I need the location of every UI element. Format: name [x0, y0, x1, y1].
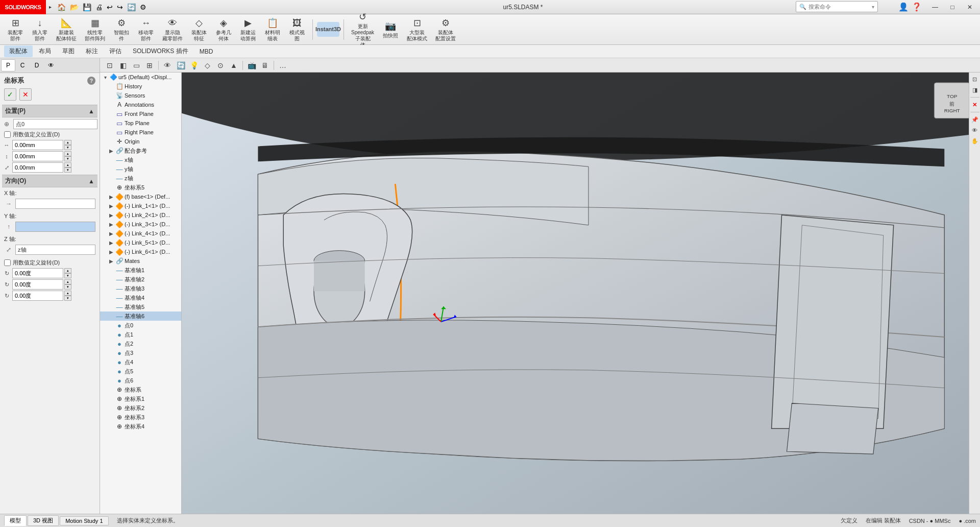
tree-item[interactable]: ▭Right Plane — [100, 128, 181, 137]
toolbar-reference-geometry[interactable]: ◈ 参考几何体 — [212, 16, 235, 43]
panel-tab-display[interactable]: 👁 — [44, 59, 58, 71]
menu-arrow[interactable]: ▸ — [46, 0, 54, 14]
vt-light[interactable]: 💡 — [188, 60, 200, 71]
rot-x-up[interactable]: ▴ — [64, 268, 71, 273]
toolbar-asm-config[interactable]: ⚙ 装配体配置设置 — [432, 16, 459, 43]
rot-x-down[interactable]: ▾ — [64, 273, 71, 278]
cancel-button[interactable]: ✕ — [19, 88, 32, 101]
tree-item[interactable]: ⊕坐标系5 — [100, 183, 181, 192]
z-axis-input[interactable] — [15, 245, 95, 255]
tree-item[interactable]: ▶🔶(-) Link_1<1> (D... — [100, 201, 181, 210]
3d-viewport[interactable]: TOP 前 RIGHT ⊡ ◨ ✕ 📌 👁 ✋ — [182, 73, 980, 514]
tree-item[interactable]: ⊕坐标系4 — [100, 422, 181, 431]
tree-item[interactable]: 📡Sensors — [100, 91, 181, 100]
vt-eye[interactable]: 👁 — [162, 60, 173, 71]
tree-item[interactable]: 📋History — [100, 82, 181, 91]
redo-icon[interactable]: ↪ — [116, 2, 124, 12]
position-section-header[interactable]: 位置(P) ▲ — [2, 105, 97, 117]
toolbar-smart-fastener[interactable]: ⚙ 智能扣件 — [110, 16, 133, 43]
x-axis-input[interactable] — [15, 199, 95, 209]
vt-scene[interactable]: ▲ — [228, 60, 239, 71]
position-point-input[interactable] — [13, 119, 97, 129]
vt-normal[interactable]: ▭ — [131, 60, 142, 71]
rot-y-up[interactable]: ▴ — [64, 279, 71, 284]
panel-help-icon[interactable]: ? — [87, 77, 95, 85]
ok-button[interactable]: ✓ — [4, 88, 16, 101]
y-spin-up[interactable]: ▴ — [64, 151, 71, 156]
tree-item[interactable]: ▭Top Plane — [100, 118, 181, 128]
menu-assembly[interactable]: 装配体 — [4, 45, 33, 57]
tree-item[interactable]: ▶🔗Mates — [100, 256, 181, 266]
tree-item[interactable]: ⊕坐标系 — [100, 385, 181, 394]
rot-y-down[interactable]: ▾ — [64, 284, 71, 290]
user-icon[interactable]: 👤 — [898, 2, 909, 12]
toolbar-insert-parts[interactable]: ↓ 插入零部件 — [29, 16, 51, 43]
tree-item[interactable]: ●点2 — [100, 339, 181, 348]
rt-expand1[interactable]: ⊡ — [970, 75, 979, 84]
rt-hand[interactable]: ✋ — [970, 136, 979, 146]
x-value-input[interactable] — [12, 140, 63, 150]
tree-root[interactable]: ▾ 🔷 ur5 (Default) <Displ... — [100, 73, 181, 82]
help-icon[interactable]: ❓ — [912, 2, 922, 12]
rot-z-down[interactable]: ▾ — [64, 296, 71, 301]
search-dropdown-icon[interactable]: ▾ — [872, 4, 874, 10]
restore-button[interactable]: □ — [944, 1, 961, 13]
menu-mbd[interactable]: MBD — [194, 46, 218, 57]
tree-item[interactable]: ●点5 — [100, 367, 181, 376]
vt-display1[interactable]: 📺 — [246, 60, 257, 71]
tree-item[interactable]: ●点3 — [100, 348, 181, 357]
tree-item[interactable]: —x轴 — [100, 155, 181, 164]
z-spin-down[interactable]: ▾ — [64, 167, 71, 173]
tree-item[interactable]: ▶🔶(-) Link_3<1> (D... — [100, 220, 181, 229]
x-spin-up[interactable]: ▴ — [64, 140, 71, 145]
tree-item[interactable]: ▶🔗配合参考 — [100, 146, 181, 155]
open-icon[interactable]: 📂 — [69, 2, 80, 12]
toolbar-pattern[interactable]: ▦ 线性零部件阵列 — [82, 16, 108, 43]
use-numeric-rotation-checkbox[interactable] — [4, 259, 11, 266]
tab-motion-study[interactable]: Motion Study 1 — [60, 516, 108, 525]
search-input[interactable] — [808, 4, 870, 10]
options-icon[interactable]: ⚙ — [139, 2, 148, 12]
panel-tab-dm[interactable]: D — [30, 59, 44, 71]
undo-icon[interactable]: ↩ — [106, 2, 114, 12]
tree-item[interactable]: —基准轴1 — [100, 266, 181, 275]
y-axis-input[interactable] — [15, 222, 95, 232]
z-value-input[interactable] — [12, 162, 63, 173]
tree-item[interactable]: ●点0 — [100, 321, 181, 330]
tree-item[interactable]: ▶🔶(-) Link_5<1> (D... — [100, 238, 181, 247]
search-box[interactable]: 🔍 ▾ — [796, 1, 878, 12]
toolbar-assemble-parts[interactable]: ⊞ 装配零部件 — [4, 16, 27, 43]
tree-item[interactable]: AAnnotations — [100, 100, 181, 109]
toolbar-show-hide[interactable]: 👁 显示隐藏零部件 — [159, 16, 186, 43]
toolbar-motion-study[interactable]: ▶ 新建运动算例 — [237, 16, 259, 43]
toolbar-instant3d[interactable]: Instant3D — [317, 22, 339, 37]
vt-hide[interactable]: ◇ — [202, 60, 213, 71]
toolbar-new-feature[interactable]: 📐 新建装配体特征 — [53, 16, 80, 43]
tree-item[interactable]: ⊕坐标系3 — [100, 413, 181, 422]
z-spin-up[interactable]: ▴ — [64, 162, 71, 167]
toolbar-speedpak[interactable]: ↺ 更新Speedpak子装配体 — [348, 10, 377, 49]
close-button[interactable]: ✕ — [962, 1, 978, 13]
tree-item[interactable]: —基准轴5 — [100, 302, 181, 312]
vt-grid[interactable]: ⊞ — [144, 60, 155, 71]
tree-item[interactable]: ✛Origin — [100, 137, 181, 146]
vt-section-view[interactable]: ⊡ — [104, 60, 115, 71]
toolbar-model-view[interactable]: 🖼 模式视图 — [286, 16, 308, 43]
use-numeric-position-checkbox[interactable] — [4, 131, 11, 138]
new-icon[interactable]: 🏠 — [56, 2, 67, 12]
x-spin-down[interactable]: ▾ — [64, 145, 71, 150]
tree-item[interactable]: ●点6 — [100, 376, 181, 385]
rt-eye[interactable]: 👁 — [970, 126, 979, 135]
tab-3d-view[interactable]: 3D 视图 — [28, 515, 59, 526]
tree-item[interactable]: ●点4 — [100, 357, 181, 367]
toolbar-bom[interactable]: 📋 材料明细表 — [261, 16, 284, 43]
toolbar-move-component[interactable]: ↔ 移动零部件 — [135, 16, 157, 43]
tree-item[interactable]: ▶🔶(-) Link_6<1> (D... — [100, 247, 181, 256]
menu-evaluate[interactable]: 评估 — [104, 45, 127, 57]
y-spin-down[interactable]: ▾ — [64, 156, 71, 161]
rt-pin[interactable]: 📌 — [970, 115, 979, 124]
menu-sketch[interactable]: 草图 — [57, 45, 80, 57]
tree-item[interactable]: —基准轴6 — [100, 312, 181, 321]
panel-tab-property[interactable]: P — [1, 59, 15, 71]
tree-item[interactable]: —基准轴2 — [100, 275, 181, 284]
